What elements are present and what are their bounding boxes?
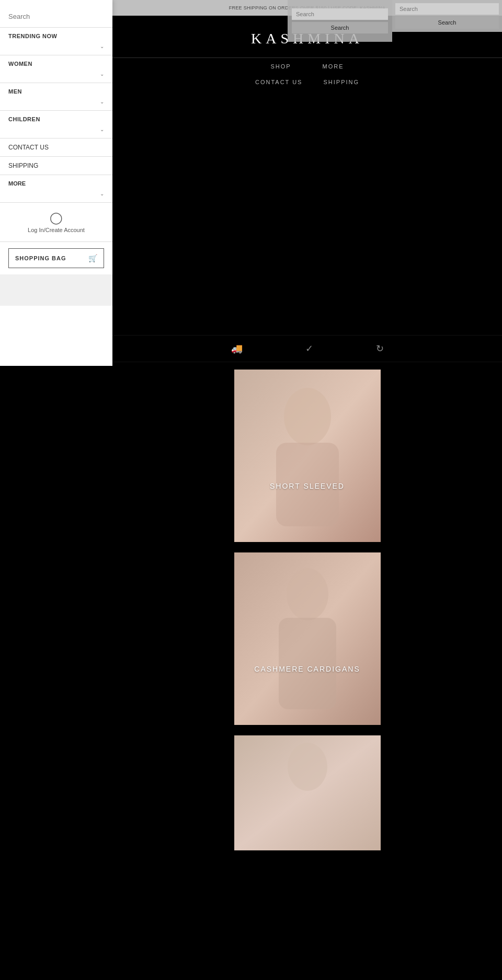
- svg-point-1: [284, 388, 331, 445]
- products-section: SHORT SLEEVED: [112, 362, 502, 858]
- search-right-input[interactable]: [400, 6, 495, 12]
- more-select[interactable]: About Us FAQ Blog: [8, 190, 100, 197]
- hero-area: [112, 89, 502, 335]
- sidebar-contact-link[interactable]: CONTACT US: [0, 139, 112, 157]
- search-input-row: [292, 8, 388, 20]
- children-chevron-icon: ⌄: [100, 126, 104, 132]
- search-overlay-panel: Search: [288, 0, 392, 42]
- women-label: WOMEN: [8, 61, 104, 67]
- children-dropdown[interactable]: Sweaters Accessories ⌄: [8, 125, 104, 133]
- svg-point-7: [288, 743, 327, 791]
- product-image-svg-3: [234, 735, 381, 850]
- sidebar-shipping-link[interactable]: SHIPPING: [0, 157, 112, 175]
- main-nav: SHOP MORE: [112, 57, 502, 75]
- trending-chevron-icon: ⌄: [100, 43, 104, 49]
- more-chevron-icon: ⌄: [100, 191, 104, 197]
- search-overlay-right: Search: [392, 0, 502, 32]
- bag-label: SHOPPING BAG: [15, 255, 66, 261]
- truck-icon: 🚚: [231, 343, 243, 354]
- product-image-short-sleeved: [234, 370, 381, 542]
- sidebar-search-container: [0, 5, 112, 28]
- children-label: CHILDREN: [8, 116, 104, 122]
- feature-icons-row: 🚚 ✓ ↻: [112, 335, 502, 362]
- sidebar-footer: [0, 274, 112, 306]
- account-icon: ◯: [50, 211, 63, 225]
- sub-nav: CONTACT US SHIPPING: [112, 75, 502, 89]
- sidebar-section-children: CHILDREN Sweaters Accessories ⌄: [0, 111, 112, 139]
- product-image-svg-2: [234, 552, 381, 725]
- refresh-icon: ↻: [376, 343, 384, 354]
- top-search-input[interactable]: [296, 11, 384, 17]
- subnav-contact[interactable]: CONTACT US: [255, 79, 303, 85]
- account-label: Log In/Create Account: [28, 227, 85, 233]
- shopping-bag-button[interactable]: SHOPPING BAG 🛒: [8, 248, 104, 268]
- product-row-3: [112, 735, 502, 850]
- bag-icon: 🛒: [88, 254, 97, 262]
- trending-select[interactable]: New Arrivals Best Sellers: [8, 42, 100, 50]
- feature-secure: ✓: [305, 343, 313, 354]
- sidebar-section-men: MEN Sweaters Cardigans Scarves ⌄: [0, 83, 112, 111]
- trending-label: TRENDING NOW: [8, 33, 104, 39]
- nav-item-more[interactable]: MORE: [323, 63, 344, 70]
- svg-point-4: [287, 568, 328, 620]
- men-chevron-icon: ⌄: [100, 99, 104, 105]
- product-row-1: SHORT SLEEVED: [112, 370, 502, 542]
- men-select[interactable]: Sweaters Cardigans Scarves: [8, 98, 100, 105]
- more-label: MORE: [8, 180, 104, 187]
- men-dropdown[interactable]: Sweaters Cardigans Scarves ⌄: [8, 98, 104, 105]
- nav-item-shop[interactable]: SHOP: [270, 63, 291, 70]
- sidebar-search-input[interactable]: [8, 13, 104, 20]
- men-label: MEN: [8, 88, 104, 95]
- women-select[interactable]: Sweaters Cardigans Accessories: [8, 70, 100, 77]
- sidebar-section-women: WOMEN Sweaters Cardigans Accessories ⌄: [0, 55, 112, 83]
- more-dropdown[interactable]: About Us FAQ Blog ⌄: [8, 190, 104, 197]
- women-chevron-icon: ⌄: [100, 71, 104, 77]
- women-dropdown[interactable]: Sweaters Cardigans Accessories ⌄: [8, 70, 104, 77]
- product-row-2: CASHMERE CARDIGANS: [112, 552, 502, 725]
- product-label-short-sleeved: SHORT SLEEVED: [270, 482, 345, 490]
- product-image-cardigans: [234, 552, 381, 725]
- product-label-cardigans: CASHMERE CARDIGANS: [254, 665, 360, 673]
- main-content: Search Search FREE SHIPPING ON ORDERS OV…: [112, 0, 502, 858]
- subnav-shipping[interactable]: SHIPPING: [323, 79, 359, 85]
- product-item-third[interactable]: [234, 735, 381, 850]
- feature-returns: ↻: [376, 343, 384, 354]
- trending-dropdown[interactable]: New Arrivals Best Sellers ⌄: [8, 42, 104, 50]
- sidebar-account[interactable]: ◯ Log In/Create Account: [0, 203, 112, 242]
- sidebar: TRENDING NOW New Arrivals Best Sellers ⌄…: [0, 0, 112, 366]
- children-select[interactable]: Sweaters Accessories: [8, 125, 100, 133]
- search-right-input-row: [395, 3, 499, 15]
- product-item-cardigans[interactable]: CASHMERE CARDIGANS: [234, 552, 381, 725]
- product-image-svg-1: [234, 370, 381, 542]
- divider-1: [112, 544, 502, 550]
- search-right-button[interactable]: Search: [395, 16, 499, 29]
- sidebar-section-trending: TRENDING NOW New Arrivals Best Sellers ⌄: [0, 28, 112, 55]
- secure-icon: ✓: [305, 343, 313, 354]
- product-image-third: [234, 735, 381, 850]
- feature-shipping: 🚚: [231, 343, 243, 354]
- top-search-button[interactable]: Search: [292, 22, 388, 33]
- sidebar-section-more: MORE About Us FAQ Blog ⌄: [0, 175, 112, 203]
- divider-2: [112, 727, 502, 733]
- product-item-short-sleeved[interactable]: SHORT SLEEVED: [234, 370, 381, 542]
- svg-rect-5: [279, 618, 336, 709]
